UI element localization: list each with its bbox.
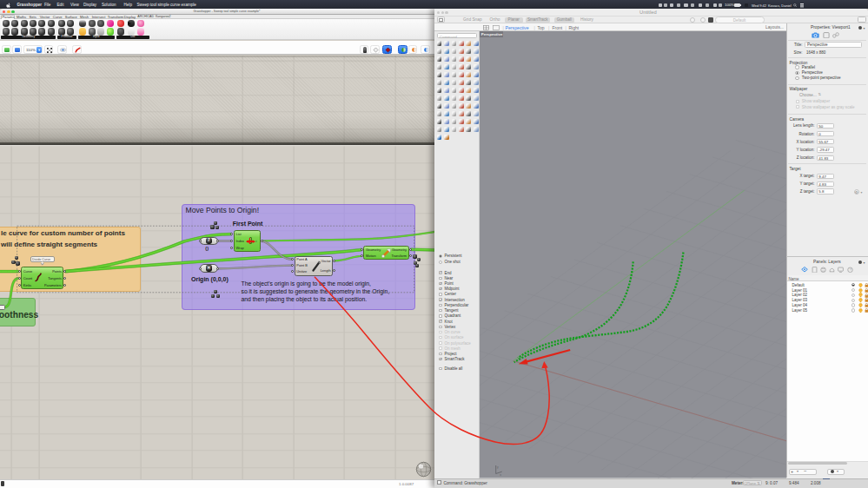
svg-text:x: x xyxy=(500,473,501,477)
svg-text:Perspective: Perspective xyxy=(481,32,503,36)
svg-text:?: ? xyxy=(849,267,851,272)
